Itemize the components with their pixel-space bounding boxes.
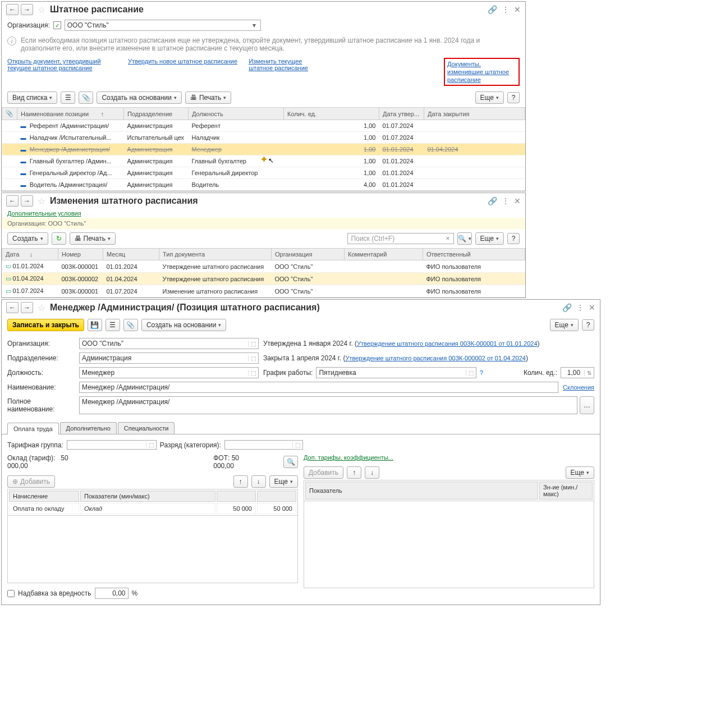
attach-button[interactable]: 📎 [123, 319, 138, 331]
accruals-table: Начисление Показатели (мин/макс) Оплата … [7, 489, 298, 516]
more-icon[interactable]: ⋮ [502, 5, 510, 14]
add-button[interactable]: ⊕ Добавить [7, 475, 55, 488]
table-row[interactable]: ▬ Наладчик /Испытательный... Испытательн… [2, 132, 525, 144]
refresh-button[interactable]: ↻ [52, 232, 66, 245]
create-button[interactable]: Создать на основании ▾ [97, 91, 182, 104]
forward-button[interactable]: → [21, 4, 33, 15]
page-title: Менеджер /Администрация/ (Позиция штатно… [50, 303, 560, 313]
org-field[interactable]: ООО "Стиль"⬚ [79, 338, 259, 349]
calc-button[interactable]: 🔍 [283, 456, 298, 468]
more-button[interactable]: Еще ▾ [475, 91, 504, 104]
name-field[interactable]: Менеджер /Администрация/ [79, 382, 558, 393]
changes-table: Дата ↓ Номер Месяц Тип документа Организ… [2, 248, 525, 297]
more-icon[interactable]: ⋮ [576, 303, 584, 312]
declensions-link[interactable]: Склонения [563, 384, 594, 391]
help-button[interactable]: ? [507, 233, 520, 244]
qty-field[interactable]: 1,00⇅ [561, 367, 594, 378]
favorite-icon[interactable]: ☆ [38, 4, 45, 15]
table-row[interactable]: ▬ Референт /Администрация/ Администрация… [2, 120, 525, 132]
close-doc-link[interactable]: Утверждение штатного расписания 00ЗК-000… [345, 355, 525, 361]
create-button[interactable]: Создать ▾ [7, 232, 48, 245]
back-button[interactable]: ← [6, 4, 19, 15]
open-doc-link[interactable]: Открыть документ, утвердивший текущее шт… [7, 58, 117, 86]
fullname-label: Полное наименование: [7, 397, 75, 413]
page-title: Штатное расписание [50, 4, 485, 15]
close-icon[interactable]: ✕ [589, 303, 595, 312]
info-icon: i [7, 36, 16, 45]
extra-tariffs-link[interactable]: Доп. тарифы, коэффициенты... [304, 454, 594, 461]
more-button-2[interactable]: Еще ▾ [566, 466, 594, 479]
edit-link[interactable]: Изменить текущее штатное расписание [249, 58, 316, 86]
more-icon[interactable]: ⋮ [502, 196, 510, 205]
table-row[interactable]: ▭ 01.01.202400ЗК-00000101.01.2024 Утверж… [2, 260, 525, 273]
link-icon[interactable]: 🔗 [488, 196, 497, 205]
down-button-2[interactable]: ↓ [365, 466, 379, 479]
link-icon[interactable]: 🔗 [562, 303, 572, 312]
table-row[interactable]: ▬ Водитель /Администрация/ Администрация… [2, 179, 525, 191]
back-button[interactable]: ← [6, 195, 19, 207]
table-row[interactable]: ▭ 01.07.202400ЗК-00000101.07.2024 Измене… [2, 285, 525, 297]
table-row[interactable]: ▬ Менеджер /Администрация/ Администрация… [2, 144, 525, 155]
favorite-icon[interactable]: ☆ [38, 303, 45, 313]
more-button[interactable]: Еще ▾ [269, 475, 298, 488]
table-row[interactable]: ▭ 01.04.202400ЗК-00000201.04.2024 Утверж… [2, 273, 525, 285]
help-button[interactable]: ? [507, 92, 520, 103]
add-button-2[interactable]: Добавить [304, 466, 343, 479]
page-title: Изменения штатного расписания [50, 196, 485, 206]
clear-search-icon[interactable]: × [446, 235, 450, 242]
more-button[interactable]: Еще ▾ [475, 232, 504, 245]
job-label: Должность: [7, 369, 75, 377]
org-label: Организация: [7, 21, 50, 29]
favorite-icon[interactable]: ☆ [38, 196, 45, 207]
tariff-field[interactable]: ⬚ [67, 440, 157, 450]
table-row[interactable]: ▬ Главный бухгалтер /Админ... Администра… [2, 155, 525, 167]
view-button[interactable]: Вид списка ▾ [7, 91, 57, 104]
tab-additional[interactable]: Дополнительно [60, 422, 117, 434]
info-text: Если необходимая позиция штатного распис… [21, 36, 520, 52]
save-close-button[interactable]: Записать и закрыть [7, 319, 84, 331]
approve-link[interactable]: Утвердить новое штатное расписание [128, 58, 237, 86]
search-button[interactable]: 🔍 ▾ [457, 232, 472, 245]
org-line: Организация: ООО "Стиль" [2, 218, 525, 229]
positions-table: 📎 Наименование позиции ↑ Подразделение Д… [2, 107, 525, 191]
back-button[interactable]: ← [6, 302, 19, 313]
link-icon[interactable]: 🔗 [488, 5, 497, 14]
more-button[interactable]: Еще ▾ [550, 319, 579, 331]
close-icon[interactable]: ✕ [514, 5, 521, 14]
save-icon-button[interactable]: 💾 [88, 319, 102, 331]
up-button-2[interactable]: ↑ [347, 466, 361, 479]
chevron-down-icon[interactable]: ▾ [250, 21, 258, 29]
help-button[interactable]: ? [582, 319, 594, 331]
dept-field[interactable]: Администрация⬚ [79, 352, 259, 364]
table-row[interactable]: ▬ Генеральный директор /Ад... Администра… [2, 167, 525, 179]
approve-doc-link[interactable]: Утверждение штатного расписания 00ЗК-000… [357, 340, 537, 347]
up-button[interactable]: ↑ [233, 475, 248, 488]
forward-button[interactable]: → [21, 195, 33, 207]
close-icon[interactable]: ✕ [514, 196, 521, 205]
job-field[interactable]: Менеджер⬚ [79, 367, 259, 378]
tab-payment[interactable]: Оплата труда [7, 423, 59, 434]
docs-changed-link[interactable]: Документы, изменившие штатное расписание [447, 61, 509, 83]
name-label: Наименование: [7, 383, 75, 391]
rank-field[interactable]: ⬚ [224, 440, 303, 450]
sched-help[interactable]: ? [480, 369, 483, 376]
list-icon-button[interactable]: ☰ [105, 319, 120, 331]
down-button[interactable]: ↓ [251, 475, 266, 488]
expand-button[interactable]: … [580, 396, 594, 414]
org-checkbox[interactable]: ✓ [53, 21, 61, 29]
table-row[interactable]: Оплата по окладу Оклад 50 000 50 000 [9, 503, 296, 514]
search-input[interactable]: Поиск (Ctrl+F)× [347, 233, 454, 244]
list-icon-button[interactable]: ☰ [61, 91, 75, 104]
attach-button[interactable]: 📎 [79, 91, 93, 104]
create-button[interactable]: Создать на основании ▾ [141, 319, 227, 331]
print-button[interactable]: 🖶 Печать ▾ [70, 232, 116, 245]
extra-conditions-link[interactable]: Дополнительные условия [2, 209, 525, 218]
schedule-field[interactable]: Пятидневка⬚ [316, 367, 476, 378]
org-select[interactable]: ООО "Стиль" ▾ [65, 20, 261, 31]
print-button[interactable]: 🖶 Печать ▾ [185, 91, 231, 104]
tab-specialties[interactable]: Специальности [118, 422, 175, 434]
hazard-checkbox[interactable] [7, 590, 15, 597]
forward-button[interactable]: → [21, 302, 33, 313]
fullname-field[interactable]: Менеджер /Администрация/ [79, 396, 577, 414]
hazard-field[interactable]: 0,00 [95, 588, 129, 599]
